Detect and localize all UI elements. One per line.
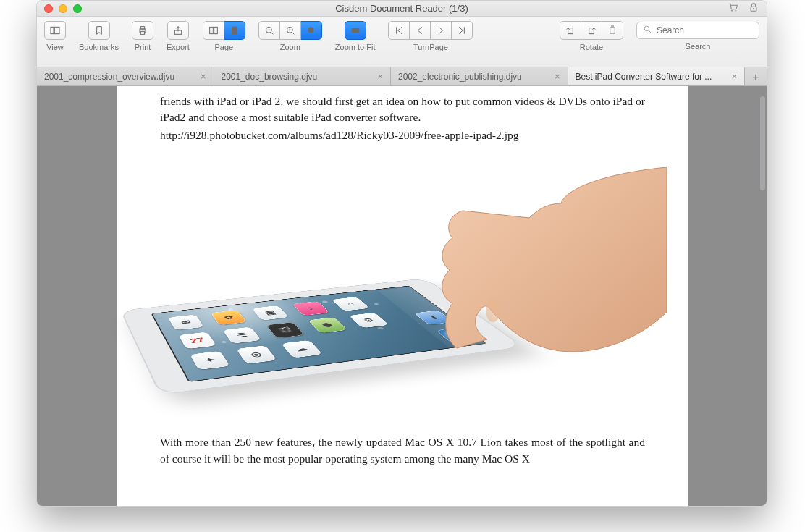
search-box[interactable]: [636, 22, 759, 39]
svg-rect-4: [51, 27, 54, 33]
ipad-device: ✉︎ ✿ ▣ ♪ ⌂ 27 ☰ 🎬 ⬢ ⚙ ✦: [120, 279, 524, 396]
document-page: friends with iPad or iPad 2, we should f…: [117, 86, 688, 506]
page-group: Page: [203, 21, 245, 51]
tab-label: 2001_compression_overview.djvu: [44, 72, 174, 82]
view-button[interactable]: [44, 21, 66, 40]
rotate-label: Rotate: [580, 43, 603, 51]
turnpage-group: TurnPage: [388, 21, 473, 51]
svg-rect-11: [214, 27, 217, 33]
app-icon: ☰: [222, 327, 261, 344]
app-icon: ⬢: [308, 318, 347, 334]
tab-label: 2001_doc_browsing.djvu: [222, 72, 318, 82]
rotate-right-button[interactable]: [581, 21, 602, 40]
home-button-icon: [447, 308, 465, 314]
app-icon: 🎬: [266, 322, 305, 339]
page-single-button[interactable]: [203, 21, 224, 40]
svg-rect-12: [232, 27, 237, 35]
print-group: Print: [132, 21, 153, 51]
search-icon: [643, 24, 652, 37]
rotate-left-button[interactable]: [560, 21, 581, 40]
zoom-to-fit-button[interactable]: [345, 21, 366, 40]
bookmarks-button[interactable]: [88, 21, 110, 40]
tab-label: 2002_electronic_publishing.djvu: [398, 72, 522, 82]
svg-point-21: [486, 299, 500, 322]
svg-rect-7: [140, 27, 144, 29]
paragraph: friends with iPad or iPad 2, we should f…: [160, 93, 645, 126]
svg-point-0: [731, 10, 733, 12]
svg-rect-10: [209, 27, 213, 33]
search-label: Search: [686, 42, 711, 51]
ipad-image: ✉︎ ✿ ▣ ♪ ⌂ 27 ☰ 🎬 ⬢ ⚙ ✦: [160, 149, 645, 424]
close-tab-icon[interactable]: ×: [731, 71, 737, 82]
prev-page-button[interactable]: [410, 21, 431, 40]
close-tab-icon[interactable]: ×: [377, 71, 383, 82]
search-input[interactable]: [657, 25, 765, 35]
zoom-actual-button[interactable]: [301, 21, 322, 40]
export-label: Export: [167, 43, 190, 51]
svg-point-3: [753, 8, 754, 9]
next-page-button[interactable]: [431, 21, 452, 40]
cart-icon[interactable]: [728, 1, 739, 16]
image-url-text: http://i928.photobucket.com/albums/ad128…: [160, 127, 645, 143]
svg-rect-16: [351, 28, 359, 33]
print-label: Print: [135, 43, 151, 51]
turnpage-label: TurnPage: [413, 43, 448, 51]
window-title: Cisdem Document Reader (1/3): [37, 3, 767, 14]
tab-label: Best iPad Converter Software for ...: [576, 72, 712, 82]
page-label: Page: [214, 43, 233, 51]
svg-point-15: [308, 27, 313, 33]
rotate-group: Rotate: [560, 21, 623, 51]
titlebar: Cisdem Document Reader (1/3): [37, 1, 767, 17]
minimize-window-button[interactable]: [59, 4, 67, 13]
app-icon: ▣: [252, 305, 289, 321]
svg-point-20: [644, 26, 649, 31]
document-viewport[interactable]: friends with iPad or iPad 2, we should f…: [37, 86, 767, 506]
export-group: Export: [167, 21, 190, 51]
zoom-out-button[interactable]: [258, 21, 280, 40]
rotate-180-button[interactable]: [602, 21, 623, 40]
close-window-button[interactable]: [44, 4, 53, 13]
view-group: View: [44, 21, 66, 51]
window-controls: [44, 4, 82, 13]
new-tab-button[interactable]: +: [745, 67, 767, 85]
close-tab-icon[interactable]: ×: [555, 71, 560, 82]
app-icon: ✿: [211, 311, 248, 326]
paragraph: With more than 250 new features, the new…: [160, 434, 645, 467]
dock-app-icon: ⬇: [414, 311, 454, 325]
zoom-in-button[interactable]: [280, 21, 301, 40]
print-button[interactable]: [132, 21, 153, 40]
svg-point-1: [735, 10, 736, 12]
first-page-button[interactable]: [388, 21, 410, 40]
search-group: Search: [636, 21, 759, 51]
zoom-group: Zoom: [258, 21, 322, 51]
zoomfit-label: Zoom to Fit: [335, 43, 376, 51]
zoom-window-button[interactable]: [73, 4, 82, 13]
dock-app-icon: ✧: [436, 328, 478, 344]
close-tab-icon[interactable]: ×: [201, 71, 206, 82]
tab-bar: 2001_compression_overview.djvu × 2001_do…: [37, 67, 767, 86]
bookmarks-group: Bookmarks: [79, 21, 119, 51]
view-label: View: [46, 43, 64, 51]
app-window: Cisdem Document Reader (1/3) View: [36, 0, 767, 507]
last-page-button[interactable]: [452, 21, 473, 40]
page-continuous-button[interactable]: [224, 21, 245, 40]
app-icon: ♪: [292, 301, 330, 316]
tab-3[interactable]: Best iPad Converter Software for ... ×: [568, 67, 746, 85]
lock-icon[interactable]: [748, 1, 759, 16]
svg-rect-19: [610, 28, 615, 33]
tab-1[interactable]: 2001_doc_browsing.djvu ×: [214, 67, 392, 85]
tab-0[interactable]: 2001_compression_overview.djvu ×: [37, 67, 214, 85]
scrollbar-thumb[interactable]: [760, 96, 765, 190]
svg-rect-5: [54, 27, 59, 33]
export-button[interactable]: [167, 21, 189, 40]
tab-2[interactable]: 2002_electronic_publishing.djvu ×: [391, 67, 568, 85]
bookmarks-label: Bookmarks: [79, 43, 119, 51]
zoomfit-group: Zoom to Fit: [335, 21, 376, 51]
toolbar: View Bookmarks Print: [37, 17, 767, 67]
zoom-label: Zoom: [280, 43, 300, 51]
